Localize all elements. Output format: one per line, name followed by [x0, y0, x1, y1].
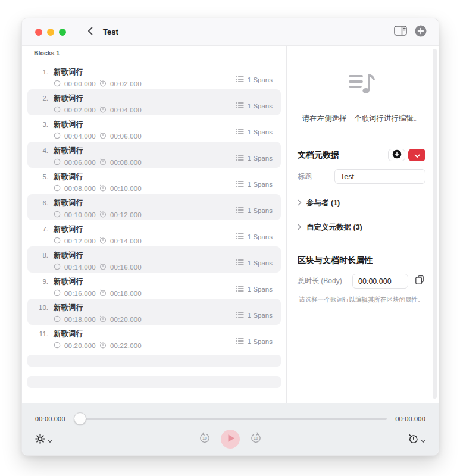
participants-disclosure[interactable]: 参与者 (1): [298, 198, 425, 208]
end-time-timer-icon: [99, 263, 107, 271]
spans-count: 1 Spans: [236, 259, 273, 269]
add-metadata-button[interactable]: [388, 149, 405, 161]
lyric-row-main: 1. 新歌词行 00:00.000 00:02.000: [36, 67, 142, 86]
end-time: 00:16.000: [110, 264, 142, 271]
start-time: 00:02.000: [64, 107, 96, 114]
begin-time-icon: [54, 80, 61, 88]
end-time-timer-icon: [99, 80, 107, 88]
spans-label: 1 Spans: [248, 233, 273, 240]
row-title: 新歌词行: [54, 250, 83, 261]
lyric-rows: 1. 新歌词行 00:00.000 00:02.000: [22, 60, 286, 351]
titlebar: Test: [22, 18, 439, 46]
end-time-timer-icon: [99, 106, 107, 114]
play-button[interactable]: [221, 430, 240, 449]
metadata-menu-button[interactable]: [408, 149, 425, 161]
lyric-row[interactable]: 6. 新歌词行 00:10.000 00:12.000: [27, 194, 281, 220]
end-time: 00:08.000: [110, 159, 142, 166]
inspector-panel: 请在左侧选择一个歌词行进行编辑。 文档元数据: [287, 46, 439, 403]
chevron-right-icon: [298, 224, 302, 232]
spans-count: 1 Spans: [236, 233, 273, 243]
row-number: 11.: [36, 330, 48, 337]
copy-duration-button[interactable]: [414, 275, 425, 287]
spans-count: 1 Spans: [236, 102, 273, 112]
title-field-label: 标题: [298, 171, 334, 181]
lyric-row[interactable]: 3. 新歌词行 00:04.000 00:06.000: [27, 115, 281, 142]
skip-back-10-icon: 10: [199, 432, 211, 446]
lyric-row[interactable]: 7. 新歌词行 00:12.000 00:14.000: [27, 220, 281, 246]
skip-forward-10-icon: 10: [250, 432, 262, 446]
lyric-row-main: 7. 新歌词行 00:12.000 00:14.000: [36, 224, 142, 243]
start-time: 00:00.000: [64, 80, 96, 87]
spans-label: 1 Spans: [248, 155, 273, 162]
chevron-right-icon: [298, 199, 302, 208]
skip-back-10-button[interactable]: 10: [199, 433, 211, 445]
toggle-sidebar-button[interactable]: [392, 25, 409, 39]
title-input[interactable]: [334, 169, 425, 184]
begin-time-icon: [54, 158, 61, 167]
playback-settings-button[interactable]: [35, 434, 52, 446]
add-button[interactable]: [412, 25, 429, 39]
end-time-timer-icon: [99, 211, 107, 219]
traffic-lights: [35, 29, 66, 36]
begin-time-icon: [54, 211, 61, 219]
row-title: 新歌词行: [54, 329, 83, 339]
spans-count: 1 Spans: [236, 180, 273, 190]
start-time: 00:20.000: [64, 342, 96, 349]
total-duration-input[interactable]: [352, 274, 408, 289]
begin-time-icon: [54, 315, 61, 324]
spans-count: 1 Spans: [236, 337, 273, 347]
seek-slider[interactable]: [74, 412, 387, 425]
end-time-timer-icon: [99, 342, 107, 350]
row-title: 新歌词行: [54, 198, 83, 208]
lyric-row[interactable]: 10. 新歌词行 00:18.000 00:20.000: [27, 299, 281, 325]
start-time: 00:06.000: [64, 159, 96, 166]
list-bullet-icon: [236, 311, 244, 320]
duration-heading: 区块与文档时长属性: [298, 255, 373, 265]
end-time-timer-icon: [99, 184, 107, 193]
lyric-row[interactable]: 1. 新歌词行 00:00.000 00:02.000: [27, 63, 281, 89]
row-number: 4.: [36, 147, 48, 154]
lyric-row-main: 6. 新歌词行 00:10.000 00:12.000: [36, 198, 142, 217]
lyric-row-main: 9. 新歌词行 00:16.000 00:18.000: [36, 277, 142, 295]
lyric-row[interactable]: 8. 新歌词行 00:14.000 00:16.000: [27, 246, 281, 273]
sidebar-toggle-icon: [394, 26, 407, 38]
row-title: 新歌词行: [54, 93, 83, 104]
scrollbar-track[interactable]: [433, 49, 437, 399]
empty-state-message: 请在左侧选择一个歌词行进行编辑。: [298, 114, 425, 124]
lyric-row-main: 4. 新歌词行 00:06.000 00:08.000: [36, 146, 142, 164]
row-number: 2.: [36, 95, 48, 102]
back-button[interactable]: [83, 25, 97, 39]
timer-menu-button[interactable]: [408, 434, 425, 446]
row-number: 3.: [36, 121, 48, 128]
row-number: 10.: [36, 304, 48, 311]
row-title: 新歌词行: [54, 120, 83, 130]
lyric-row[interactable]: 4. 新歌词行 00:06.000 00:08.000: [27, 142, 281, 168]
minimize-window-button[interactable]: [47, 29, 54, 36]
row-number: 6.: [36, 199, 48, 206]
document-title: Test: [103, 27, 118, 36]
begin-time-icon: [54, 184, 61, 193]
skip-forward-10-button[interactable]: 10: [250, 433, 262, 445]
lyric-row[interactable]: 2. 新歌词行 00:02.000 00:04.000: [27, 89, 281, 115]
lyric-row[interactable]: 5. 新歌词行 00:08.000 00:10.000: [27, 168, 281, 194]
lyric-row[interactable]: 9. 新歌词行 00:16.000 00:18.000: [27, 273, 281, 299]
row-number: 7.: [36, 226, 48, 233]
zoom-window-button[interactable]: [59, 29, 66, 36]
close-window-button[interactable]: [35, 29, 42, 36]
row-number: 1.: [36, 68, 48, 76]
list-bullet-icon: [236, 259, 244, 267]
begin-time-icon: [54, 106, 61, 114]
row-number: 5.: [36, 173, 48, 180]
spans-count: 1 Spans: [236, 311, 273, 321]
lyrics-panel: Blocks 1 1. 新歌词行 00:00.000: [22, 46, 287, 403]
end-time: 00:04.000: [110, 107, 142, 114]
spans-label: 1 Spans: [248, 286, 273, 293]
spans-label: 1 Spans: [248, 312, 273, 319]
end-time: 00:18.000: [110, 290, 142, 297]
spans-count: 1 Spans: [236, 206, 273, 217]
slider-knob[interactable]: [74, 412, 86, 425]
lyric-row[interactable]: 11. 新歌词行 00:20.000 00:22.000: [27, 325, 281, 351]
custom-metadata-disclosure[interactable]: 自定义元数据 (3): [298, 223, 425, 233]
lyric-row-main: 2. 新歌词行 00:02.000 00:04.000: [36, 93, 142, 112]
empty-row-placeholder: [27, 355, 281, 367]
